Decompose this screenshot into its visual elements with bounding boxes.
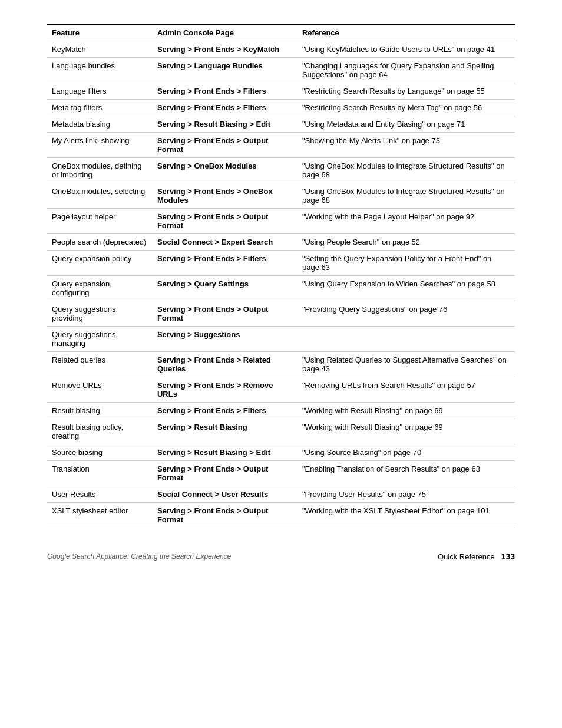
cell-admin: Serving > Language Bundles (153, 58, 297, 83)
cell-feature: Source biasing (47, 444, 153, 461)
table-row: Query expansion, configuringServing > Qu… (47, 276, 515, 301)
table-row: Meta tag filtersServing > Front Ends > F… (47, 100, 515, 116)
col-header-feature: Feature (47, 24, 153, 41)
cell-admin: Social Connect > User Results (153, 486, 297, 503)
table-row: Query expansion policyServing > Front En… (47, 251, 515, 276)
footer-right: Quick Reference 133 (438, 552, 515, 561)
cell-admin: Serving > Front Ends > Filters (153, 403, 297, 419)
cell-admin: Social Connect > Expert Search (153, 234, 297, 251)
col-header-admin: Admin Console Page (153, 24, 297, 41)
cell-admin: Serving > Front Ends > Output Format (153, 133, 297, 158)
cell-admin: Serving > Front Ends > OneBox Modules (153, 183, 297, 209)
cell-feature: My Alerts link, showing (47, 133, 153, 158)
cell-reference: "Setting the Query Expansion Policy for … (297, 251, 515, 276)
cell-admin: Serving > Result Biasing > Edit (153, 444, 297, 461)
cell-reference: "Removing URLs from Search Results" on p… (297, 377, 515, 403)
cell-feature: Translation (47, 461, 153, 486)
cell-reference: "Using Metadata and Entity Biasing" on p… (297, 116, 515, 133)
cell-reference: "Using OneBox Modules to Integrate Struc… (297, 183, 515, 209)
table-row: XSLT stylesheet editorServing > Front En… (47, 503, 515, 528)
table-row: OneBox modules, selectingServing > Front… (47, 183, 515, 209)
cell-feature: Language bundles (47, 58, 153, 83)
cell-reference: "Changing Languages for Query Expansion … (297, 58, 515, 83)
cell-admin: Serving > Front Ends > Output Format (153, 503, 297, 528)
cell-admin: Serving > Front Ends > Output Format (153, 461, 297, 486)
cell-reference: "Enabling Translation of Search Results"… (297, 461, 515, 486)
table-row: Metadata biasingServing > Result Biasing… (47, 116, 515, 133)
cell-feature: Related queries (47, 352, 153, 377)
cell-feature: Query expansion, configuring (47, 276, 153, 301)
cell-reference: "Using KeyMatches to Guide Users to URLs… (297, 41, 515, 58)
table-row: My Alerts link, showingServing > Front E… (47, 133, 515, 158)
footer-left: Google Search Appliance: Creating the Se… (47, 552, 231, 561)
cell-feature: XSLT stylesheet editor (47, 503, 153, 528)
cell-admin: Serving > OneBox Modules (153, 158, 297, 183)
cell-reference: "Providing Query Suggestions" on page 76 (297, 301, 515, 327)
footer-section-label: Quick Reference (438, 552, 495, 561)
table-row: Source biasingServing > Result Biasing >… (47, 444, 515, 461)
cell-reference: "Using Related Queries to Suggest Altern… (297, 352, 515, 377)
cell-feature: OneBox modules, defining or importing (47, 158, 153, 183)
cell-admin: Serving > Query Settings (153, 276, 297, 301)
cell-admin: Serving > Front Ends > Remove URLs (153, 377, 297, 403)
cell-feature: Meta tag filters (47, 100, 153, 116)
page-number: 133 (501, 552, 515, 561)
cell-admin: Serving > Front Ends > Related Queries (153, 352, 297, 377)
cell-reference: "Working with the XSLT Stylesheet Editor… (297, 503, 515, 528)
col-header-reference: Reference (297, 24, 515, 41)
cell-reference: "Using People Search" on page 52 (297, 234, 515, 251)
cell-reference: "Using Source Biasing" on page 70 (297, 444, 515, 461)
cell-feature: People search (deprecated) (47, 234, 153, 251)
cell-reference: "Using OneBox Modules to Integrate Struc… (297, 158, 515, 183)
cell-admin: Serving > Result Biasing (153, 419, 297, 444)
cell-feature: Query suggestions, managing (47, 327, 153, 352)
table-row: User ResultsSocial Connect > User Result… (47, 486, 515, 503)
cell-feature: Result biasing policy, creating (47, 419, 153, 444)
cell-admin: Serving > Suggestions (153, 327, 297, 352)
cell-reference: "Restricting Search Results by Meta Tag"… (297, 100, 515, 116)
cell-feature: Language filters (47, 83, 153, 100)
cell-reference: "Working with Result Biasing" on page 69 (297, 403, 515, 419)
cell-feature: Metadata biasing (47, 116, 153, 133)
cell-reference (297, 327, 515, 352)
cell-admin: Serving > Front Ends > Output Format (153, 209, 297, 234)
cell-feature: KeyMatch (47, 41, 153, 58)
cell-reference: "Showing the My Alerts Link" on page 73 (297, 133, 515, 158)
cell-reference: "Providing User Results" on page 75 (297, 486, 515, 503)
cell-feature: Page layout helper (47, 209, 153, 234)
table-row: Result biasing policy, creatingServing >… (47, 419, 515, 444)
cell-reference: "Using Query Expansion to Widen Searches… (297, 276, 515, 301)
page-container: Feature Admin Console Page Reference Key… (0, 0, 562, 597)
page-footer: Google Search Appliance: Creating the Se… (47, 552, 515, 561)
cell-feature: Query suggestions, providing (47, 301, 153, 327)
table-row: Remove URLsServing > Front Ends > Remove… (47, 377, 515, 403)
cell-admin: Serving > Result Biasing > Edit (153, 116, 297, 133)
table-row: Result biasingServing > Front Ends > Fil… (47, 403, 515, 419)
table-row: People search (deprecated)Social Connect… (47, 234, 515, 251)
table-row: TranslationServing > Front Ends > Output… (47, 461, 515, 486)
table-row: KeyMatchServing > Front Ends > KeyMatch"… (47, 41, 515, 58)
cell-admin: Serving > Front Ends > Filters (153, 83, 297, 100)
table-row: Language bundlesServing > Language Bundl… (47, 58, 515, 83)
cell-admin: Serving > Front Ends > Filters (153, 251, 297, 276)
cell-reference: "Restricting Search Results by Language"… (297, 83, 515, 100)
table-row: Page layout helperServing > Front Ends >… (47, 209, 515, 234)
table-row: Related queriesServing > Front Ends > Re… (47, 352, 515, 377)
cell-admin: Serving > Front Ends > KeyMatch (153, 41, 297, 58)
cell-feature: Result biasing (47, 403, 153, 419)
table-row: OneBox modules, defining or importingSer… (47, 158, 515, 183)
cell-feature: OneBox modules, selecting (47, 183, 153, 209)
table-row: Query suggestions, providingServing > Fr… (47, 301, 515, 327)
table-row: Query suggestions, managingServing > Sug… (47, 327, 515, 352)
table-row: Language filtersServing > Front Ends > F… (47, 83, 515, 100)
cell-feature: User Results (47, 486, 153, 503)
cell-admin: Serving > Front Ends > Filters (153, 100, 297, 116)
cell-reference: "Working with Result Biasing" on page 69 (297, 419, 515, 444)
table-header-row: Feature Admin Console Page Reference (47, 24, 515, 41)
cell-feature: Query expansion policy (47, 251, 153, 276)
cell-admin: Serving > Front Ends > Output Format (153, 301, 297, 327)
reference-table: Feature Admin Console Page Reference Key… (47, 24, 515, 528)
cell-reference: "Working with the Page Layout Helper" on… (297, 209, 515, 234)
cell-feature: Remove URLs (47, 377, 153, 403)
